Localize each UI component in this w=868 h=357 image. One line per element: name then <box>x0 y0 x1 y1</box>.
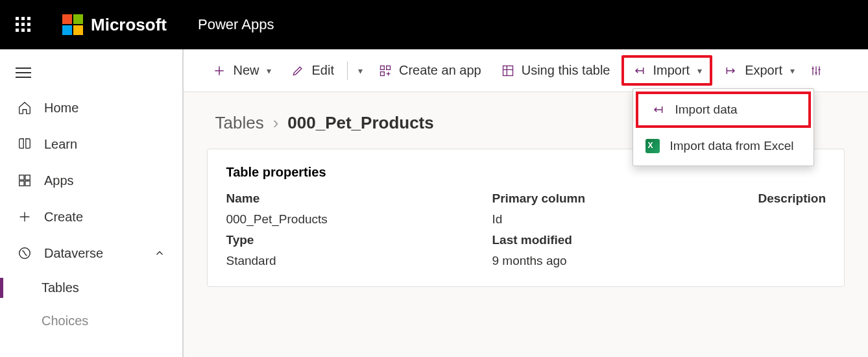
chevron-down-icon: ▾ <box>697 66 702 76</box>
sidebar: Home Learn Apps Create Dataverse Tables … <box>0 49 184 357</box>
chevron-up-icon <box>154 247 165 259</box>
using-this-table-button[interactable]: Using this table <box>493 58 618 83</box>
svg-rect-0 <box>19 175 24 180</box>
dataverse-icon <box>17 245 32 261</box>
value-name: 000_Pet_Products <box>226 212 492 227</box>
import-button[interactable]: Import ▾ <box>621 55 712 86</box>
app-plus-icon <box>378 64 392 78</box>
sidebar-item-create[interactable]: Create <box>0 199 182 235</box>
svg-rect-8 <box>503 66 512 75</box>
book-icon <box>17 136 32 152</box>
app-launcher-icon[interactable] <box>16 17 31 32</box>
sidebar-item-label: Learn <box>44 137 77 152</box>
pencil-icon <box>291 64 305 78</box>
svg-rect-7 <box>380 71 384 75</box>
export-button[interactable]: Export ▾ <box>716 58 802 83</box>
svg-rect-2 <box>19 181 24 186</box>
table-icon <box>501 64 515 78</box>
export-icon <box>724 64 738 78</box>
label-primary-column: Primary column <box>492 191 758 206</box>
sidebar-item-home[interactable]: Home <box>0 90 182 126</box>
label-name: Name <box>226 191 492 206</box>
grid-icon <box>17 173 32 188</box>
sidebar-item-dataverse[interactable]: Dataverse <box>0 235 182 271</box>
button-label: Using this table <box>522 63 610 78</box>
breadcrumb-root[interactable]: Tables <box>215 113 263 133</box>
excel-icon <box>645 138 660 154</box>
button-label: Create an app <box>399 63 481 78</box>
label-last-modified: Last modified <box>492 233 758 247</box>
value-description <box>758 212 826 227</box>
sidebar-item-label: Dataverse <box>44 246 103 261</box>
svg-rect-1 <box>25 175 30 180</box>
sliders-icon <box>809 64 823 78</box>
menu-item-label: Import data from Excel <box>669 139 793 153</box>
value-primary-column: Id <box>492 212 758 227</box>
sidebar-item-apps[interactable]: Apps <box>0 162 182 199</box>
chevron-down-icon: ▾ <box>267 66 271 76</box>
plus-icon <box>212 64 226 78</box>
sidebar-item-tables[interactable]: Tables <box>0 271 182 304</box>
import-menu: Import data Import data from Excel <box>633 88 814 166</box>
command-bar: New ▾ Edit ▾ Create an app Using this ta… <box>184 49 868 92</box>
microsoft-logo-icon <box>62 14 83 35</box>
divider <box>347 62 348 80</box>
menu-item-label: Import data <box>675 103 737 117</box>
brand-text: Microsoft <box>91 15 167 35</box>
button-label: Edit <box>311 63 333 78</box>
edit-split-chevron[interactable]: ▾ <box>353 60 367 81</box>
table-properties-card: Table properties Name Primary column Des… <box>207 149 845 287</box>
plus-icon <box>17 209 32 225</box>
card-title: Table properties <box>226 165 826 180</box>
button-label: New <box>233 63 259 78</box>
sidebar-item-label: Apps <box>44 173 74 188</box>
create-app-button[interactable]: Create an app <box>370 58 489 83</box>
import-data-item[interactable]: Import data <box>636 92 811 128</box>
label-description: Description <box>758 191 826 206</box>
button-label: Export <box>745 63 782 78</box>
svg-rect-5 <box>380 66 384 69</box>
main-content: New ▾ Edit ▾ Create an app Using this ta… <box>184 49 868 357</box>
value-type: Standard <box>226 254 492 268</box>
chevron-right-icon: › <box>273 113 279 133</box>
label-type: Type <box>226 233 492 247</box>
new-button[interactable]: New ▾ <box>204 58 279 83</box>
button-label: Import <box>653 63 690 78</box>
breadcrumb-current: 000_Pet_Products <box>287 113 433 133</box>
value-last-modified: 9 months ago <box>492 254 758 268</box>
sidebar-item-choices[interactable]: Choices <box>0 304 182 338</box>
top-bar: Microsoft Power Apps <box>0 0 868 49</box>
settings-button[interactable] <box>806 58 826 83</box>
brand[interactable]: Microsoft <box>62 14 167 35</box>
svg-rect-3 <box>25 181 30 186</box>
home-icon <box>17 100 32 116</box>
sidebar-item-label: Home <box>44 101 78 116</box>
sidebar-item-learn[interactable]: Learn <box>0 126 182 162</box>
edit-button[interactable]: Edit <box>283 58 341 83</box>
chevron-down-icon: ▾ <box>790 66 795 76</box>
svg-rect-6 <box>387 66 391 69</box>
import-icon <box>632 64 646 78</box>
sidebar-item-label: Choices <box>42 314 88 328</box>
sidebar-item-label: Create <box>44 210 83 225</box>
import-from-excel-item[interactable]: Import data from Excel <box>633 130 814 162</box>
collapse-nav-button[interactable] <box>16 61 39 84</box>
app-name: Power Apps <box>198 16 274 33</box>
sidebar-item-label: Tables <box>42 280 79 295</box>
chevron-down-icon: ▾ <box>358 66 363 76</box>
import-icon <box>650 102 666 117</box>
